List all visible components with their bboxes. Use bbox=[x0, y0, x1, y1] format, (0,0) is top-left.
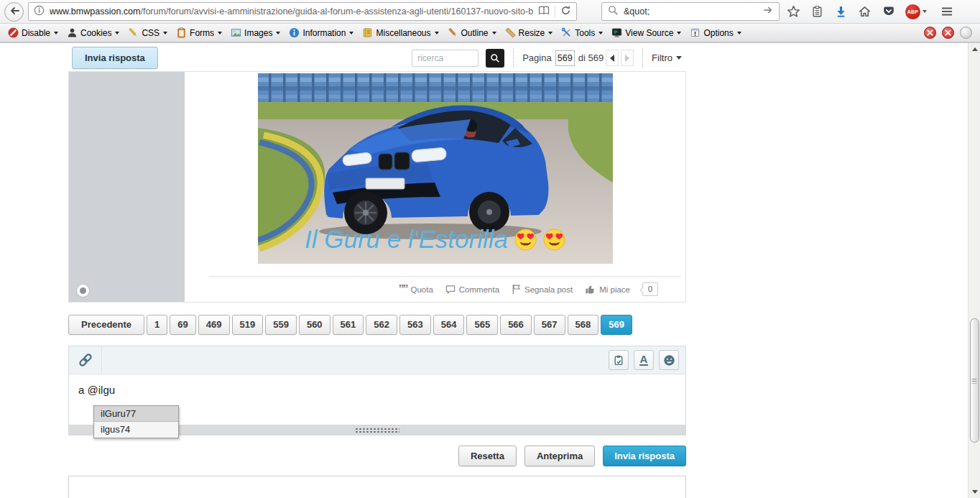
vertical-scrollbar[interactable] bbox=[968, 43, 980, 498]
devtools-label: Disable bbox=[22, 28, 50, 38]
browser-search-bar[interactable] bbox=[601, 2, 780, 21]
url-bar[interactable]: www.bmwpassion.com/forum/forum/avvisi-e-… bbox=[28, 2, 577, 21]
menu-button[interactable] bbox=[937, 2, 956, 22]
reload-icon[interactable] bbox=[560, 5, 571, 19]
inactive-circle-icon[interactable] bbox=[960, 27, 972, 39]
filter-label: Filtro bbox=[652, 52, 672, 63]
mention-suggestion[interactable]: ilGuru77 bbox=[94, 406, 178, 422]
mention-suggestion[interactable]: ilgus74 bbox=[94, 422, 178, 438]
editor-text-area[interactable]: a @ilgu ilGuru77 ilgus74 bbox=[69, 374, 685, 425]
home-button[interactable] bbox=[855, 2, 874, 22]
like-action[interactable]: Mi piace bbox=[585, 284, 630, 295]
submit-reply-button[interactable]: Invia risposta bbox=[603, 446, 686, 466]
star-icon bbox=[787, 5, 800, 18]
devtools-item-css[interactable]: CSS bbox=[124, 24, 172, 42]
reply-button-top[interactable]: Invia risposta bbox=[72, 47, 158, 69]
pocket-button[interactable] bbox=[879, 2, 898, 22]
next-section-box bbox=[68, 476, 686, 498]
thread-search-button[interactable] bbox=[486, 49, 504, 68]
browser-nav-toolbar: www.bmwpassion.com/forum/forum/avvisi-e-… bbox=[0, 0, 980, 24]
search-magnifier-icon bbox=[608, 5, 619, 19]
devtools-label: Resize bbox=[519, 28, 545, 38]
bookmarks-menu-button[interactable] bbox=[808, 2, 827, 22]
close-icon[interactable] bbox=[942, 27, 954, 39]
scrollbar-thumb[interactable] bbox=[970, 318, 979, 443]
devtools-item-forms[interactable]: Forms bbox=[172, 24, 226, 42]
post-image[interactable]: Il Guru e l'Estorilla bbox=[258, 73, 613, 264]
comment-action[interactable]: Commenta bbox=[445, 285, 499, 295]
bookmark-star-button[interactable] bbox=[784, 2, 803, 22]
hamburger-icon bbox=[940, 6, 954, 17]
devtools-item-miscellaneous[interactable]: Miscellaneous bbox=[358, 24, 443, 42]
page-label: Pagina bbox=[522, 52, 551, 63]
close-icon[interactable] bbox=[924, 27, 936, 39]
pagination-previous[interactable]: Precedente bbox=[68, 315, 144, 335]
scroll-down-icon[interactable] bbox=[972, 490, 978, 494]
pagination-page[interactable]: 519 bbox=[232, 315, 264, 335]
dropdown-caret-icon bbox=[435, 32, 439, 34]
devtools-item-information[interactable]: Information bbox=[285, 24, 358, 42]
prev-page-arrow[interactable] bbox=[606, 50, 619, 66]
report-label: Segnala post bbox=[524, 285, 573, 294]
pagination-page[interactable]: 561 bbox=[333, 315, 364, 335]
reset-button[interactable]: Resetta bbox=[458, 446, 517, 466]
resize-ruler-icon bbox=[505, 27, 516, 38]
comment-label: Commenta bbox=[459, 285, 499, 294]
search-go-arrow-icon[interactable] bbox=[762, 5, 773, 18]
pagination-page[interactable]: 1 bbox=[147, 315, 167, 335]
page-number-input[interactable] bbox=[555, 50, 575, 66]
next-page-arrow[interactable] bbox=[621, 50, 634, 66]
url-path: /forum/forum/avvisi-e-amministrazione/gu… bbox=[140, 6, 533, 17]
pagination-page[interactable]: 563 bbox=[399, 315, 431, 335]
web-developer-toolbar: Disable Cookies CSS Forms Images Informa… bbox=[0, 24, 980, 43]
pagination-page[interactable]: 565 bbox=[466, 315, 498, 335]
reader-mode-icon[interactable] bbox=[538, 5, 550, 19]
site-info-icon[interactable] bbox=[34, 5, 45, 19]
like-count-badge[interactable]: 0 bbox=[642, 282, 658, 296]
pagination-current-page[interactable]: 569 bbox=[601, 315, 632, 335]
devtools-item-images[interactable]: Images bbox=[226, 24, 285, 42]
adblock-button[interactable]: ABP bbox=[902, 2, 930, 22]
pagination-page[interactable]: 566 bbox=[500, 315, 532, 335]
paste-button[interactable] bbox=[609, 350, 629, 370]
pagination-page[interactable]: 568 bbox=[568, 315, 599, 335]
emoji-button[interactable] bbox=[659, 350, 679, 370]
forum-action-bar: Invia risposta Pagina di 569 Filtro bbox=[68, 45, 686, 71]
editor-text: a @ilgu bbox=[78, 384, 115, 396]
font-color-button[interactable]: A bbox=[634, 350, 654, 370]
browser-search-input[interactable] bbox=[624, 6, 757, 17]
dropdown-caret-icon bbox=[115, 32, 119, 34]
pagination-page[interactable]: 560 bbox=[299, 315, 330, 335]
adblock-caret-icon bbox=[923, 10, 927, 13]
quote-action[interactable]: ”” Quota bbox=[398, 285, 433, 294]
report-action[interactable]: Segnala post bbox=[512, 284, 573, 295]
pagination-page[interactable]: 567 bbox=[534, 315, 565, 335]
scroll-up-icon[interactable] bbox=[972, 47, 978, 51]
pagination-page[interactable]: 564 bbox=[433, 315, 465, 335]
filter-dropdown[interactable]: Filtro bbox=[652, 52, 682, 63]
preview-button[interactable]: Anteprima bbox=[524, 446, 595, 466]
devtools-item-outline[interactable]: Outline bbox=[443, 24, 501, 42]
insert-link-button[interactable] bbox=[69, 346, 102, 374]
devtools-item-disable[interactable]: Disable bbox=[4, 24, 63, 42]
devtools-label: Tools bbox=[575, 28, 595, 38]
bookmarks-icon bbox=[811, 5, 823, 18]
pagination-page[interactable]: 69 bbox=[170, 315, 195, 335]
pagination-page[interactable]: 559 bbox=[265, 315, 297, 335]
pagination-page[interactable]: 562 bbox=[366, 315, 397, 335]
back-button[interactable] bbox=[4, 2, 24, 22]
devtools-item-resize[interactable]: Resize bbox=[501, 24, 558, 42]
devtools-item-view-source[interactable]: View Source bbox=[607, 24, 685, 42]
devtools-item-cookies[interactable]: Cookies bbox=[63, 24, 124, 42]
devtools-label: Outline bbox=[461, 28, 489, 38]
resize-grip-icon[interactable] bbox=[355, 428, 399, 433]
devtools-item-options[interactable]: Options bbox=[685, 24, 745, 42]
downloads-button[interactable] bbox=[831, 2, 851, 22]
pagination-page[interactable]: 469 bbox=[198, 315, 230, 335]
thread-search-input[interactable] bbox=[412, 50, 479, 67]
tools-icon bbox=[561, 27, 572, 38]
devtools-item-tools[interactable]: Tools bbox=[557, 24, 607, 42]
devtools-label: Options bbox=[703, 28, 733, 38]
online-status-icon bbox=[77, 285, 89, 297]
reply-editor: A a @ilgu ilGuru77 ilgus74 bbox=[68, 346, 686, 435]
